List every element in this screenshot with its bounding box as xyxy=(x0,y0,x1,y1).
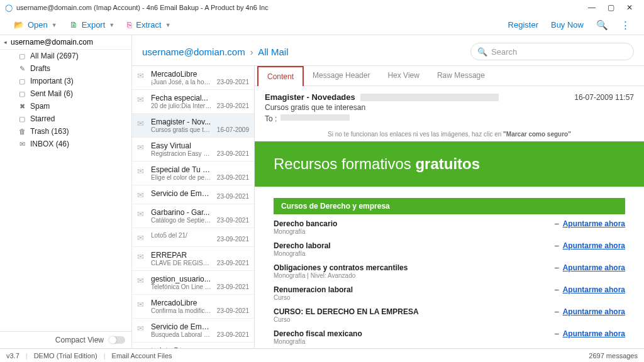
folder-sidebar: ◂ username@domain.com ▢All Mail (2697)✎D… xyxy=(0,35,132,348)
message-reader: ContentMessage HeaderHex ViewRaw Message… xyxy=(255,66,644,348)
reader-tabs: ContentMessage HeaderHex ViewRaw Message xyxy=(255,66,644,86)
message-list[interactable]: ✉MercadoLibre¡Juan José, a la hora de23-… xyxy=(132,66,255,348)
tab-message-header[interactable]: Message Header xyxy=(304,66,379,85)
open-label: Open xyxy=(28,20,48,30)
message-item[interactable]: ✉gestion_usuario...Telefónica On Line - … xyxy=(132,271,254,295)
message-subject: Emagister - Novedades xyxy=(265,92,355,102)
course-title: CURSO: EL DERECHO EN LA EMPRESA xyxy=(274,307,555,316)
dash-icon: – xyxy=(555,241,559,250)
box-icon: ▢ xyxy=(18,77,26,85)
enroll-link[interactable]: Apuntarme ahora xyxy=(563,285,625,294)
more-icon[interactable]: ⋮ xyxy=(614,19,636,31)
message-preview: Elige el color de pelo, lo xyxy=(151,174,212,181)
course-meta: Monografía xyxy=(274,250,555,257)
open-button[interactable]: 📂 Open ▼ xyxy=(8,18,64,32)
search-icon[interactable]: 🔍 xyxy=(590,19,614,31)
enroll-link[interactable]: Apuntarme ahora xyxy=(563,219,625,228)
envelope-icon: ✉ xyxy=(137,95,146,109)
message-date: 23-09-2021 xyxy=(217,79,249,85)
message-preview: Confirma la modificació xyxy=(151,307,212,314)
enroll-link[interactable]: Apuntarme ahora xyxy=(563,329,625,338)
message-preview: Loto5 del 21/ xyxy=(151,232,212,239)
draft-icon: ✎ xyxy=(18,64,26,73)
safety-notice: Si no te funcionan los enlaces ni ves la… xyxy=(255,127,644,141)
folder-item[interactable]: ✖Spam xyxy=(0,100,131,112)
message-subject: Especial de Tu P... xyxy=(151,165,212,174)
envelope-icon: ✉ xyxy=(137,209,146,224)
course-title: Derecho laboral xyxy=(274,241,555,250)
envelope-icon: ✉ xyxy=(137,167,146,181)
message-item[interactable]: ✉Emagister - Nov...Cursos gratis que te … xyxy=(132,114,254,138)
search-icon: 🔍 xyxy=(477,47,487,57)
folder-item[interactable]: ▢Important (3) xyxy=(0,75,131,87)
enroll-link[interactable]: Apuntarme ahora xyxy=(563,307,625,316)
search-input[interactable]: 🔍 Search xyxy=(470,43,634,60)
course-meta: Monografía xyxy=(274,338,555,345)
extract-label: Extract xyxy=(136,20,161,30)
message-subject: MercadoLibre xyxy=(151,299,212,307)
account-row[interactable]: ◂ username@domain.com xyxy=(0,35,131,50)
compact-view-toggle[interactable] xyxy=(109,336,125,344)
course-title: Obligaciones y contratos mercantiles xyxy=(274,263,555,272)
email-banner: Recursos formativos gratuitos xyxy=(255,141,644,187)
register-link[interactable]: Register xyxy=(502,20,545,30)
message-subject: ERREPAR xyxy=(151,251,212,260)
message-subject: Fecha especial... xyxy=(151,94,212,102)
message-preview: 20 de julio:Dia Internaci xyxy=(151,102,212,109)
message-subtitle: Cursos gratis que te interesan xyxy=(265,103,634,112)
course-title: Derecho bancario xyxy=(274,219,555,228)
tab-hex-view[interactable]: Hex View xyxy=(379,66,428,85)
edition-label: DEMO (Trial Edition) xyxy=(34,352,97,359)
buy-now-link[interactable]: Buy Now xyxy=(545,20,590,30)
message-item[interactable]: ✉Fecha especial...20 de julio:Dia Intern… xyxy=(132,90,254,114)
folder-item[interactable]: ▢Starred xyxy=(0,112,131,125)
extract-button[interactable]: ⎘ Extract ▼ xyxy=(121,18,177,32)
tab-raw-message[interactable]: Raw Message xyxy=(428,66,494,85)
folder-item[interactable]: ▢All Mail (2697) xyxy=(0,50,131,62)
message-date: 23-09-2021 xyxy=(217,331,249,338)
message-item[interactable]: ✉Servicio de Emp...23-09-2021 xyxy=(132,185,254,204)
folder-item[interactable]: ✎Drafts xyxy=(0,62,131,75)
export-button[interactable]: 🗎 Export ▼ xyxy=(64,18,121,32)
close-button[interactable]: ✕ xyxy=(620,3,639,12)
message-item[interactable]: ✉Servicio de Emp...Busqueda Laboral - SU… xyxy=(132,319,254,343)
message-count: 2697 messages xyxy=(589,352,638,359)
message-item[interactable]: ✉Loto5 del 21/23-09-2021 xyxy=(132,228,254,247)
maximize-button[interactable]: ▢ xyxy=(601,3,620,12)
folder-label: Spam xyxy=(30,102,50,111)
folder-label: Important (3) xyxy=(30,77,74,85)
search-placeholder: Search xyxy=(491,47,517,57)
folder-item[interactable]: 🗑Trash (163) xyxy=(0,125,131,138)
breadcrumb-account[interactable]: username@domian.com xyxy=(142,47,245,57)
message-date: 23-09-2021 xyxy=(217,102,249,109)
breadcrumb-folder[interactable]: All Mail xyxy=(258,47,288,57)
enroll-link[interactable]: Apuntarme ahora xyxy=(563,263,625,272)
course-meta: Monografía | Nivel: Avanzado xyxy=(274,272,555,279)
message-preview: Registracion Easy Virtua xyxy=(151,150,212,157)
message-item[interactable]: ✉MercadoLibreConfirma la modificació23-0… xyxy=(132,295,254,319)
message-date: 16-07-2009 xyxy=(217,126,249,133)
message-item[interactable]: ✉Easy VirtualRegistracion Easy Virtua23-… xyxy=(132,138,254,162)
message-item[interactable]: ✉tarieta@tunara xyxy=(132,343,254,348)
collapse-icon: ◂ xyxy=(4,39,7,45)
dash-icon: – xyxy=(555,307,559,316)
chevron-down-icon: ▼ xyxy=(109,22,114,28)
message-date: 23-09-2021 xyxy=(217,260,249,266)
message-date: 23-09-2021 xyxy=(217,150,249,157)
spam-icon: ✖ xyxy=(18,102,26,111)
envelope-icon: ✉ xyxy=(137,300,146,314)
tab-content[interactable]: Content xyxy=(257,66,304,86)
folder-item[interactable]: ▢Sent Mail (6) xyxy=(0,87,131,100)
enroll-link[interactable]: Apuntarme ahora xyxy=(563,241,625,250)
folder-open-icon: 📂 xyxy=(14,20,24,30)
message-date: 23-09-2021 xyxy=(217,217,249,224)
message-item[interactable]: ✉Especial de Tu P...Elige el color de pe… xyxy=(132,162,254,185)
message-subject: Garbarino - Gar... xyxy=(151,208,212,217)
message-item[interactable]: ✉MercadoLibre¡Juan José, a la hora de23-… xyxy=(132,66,254,90)
status-bar: v3.7 | DEMO (Trial Edition) | Email Acco… xyxy=(0,348,644,362)
minimize-button[interactable]: — xyxy=(582,3,601,12)
message-item[interactable]: ✉ERREPARCLAVE DE REGISTRACIO23-09-2021 xyxy=(132,247,254,271)
folder-item[interactable]: ✉INBOX (46) xyxy=(0,138,131,150)
message-item[interactable]: ✉Garbarino - Gar...Catálogo de Septiembr… xyxy=(132,204,254,228)
message-preview: ¡Juan José, a la hora de xyxy=(151,79,212,85)
